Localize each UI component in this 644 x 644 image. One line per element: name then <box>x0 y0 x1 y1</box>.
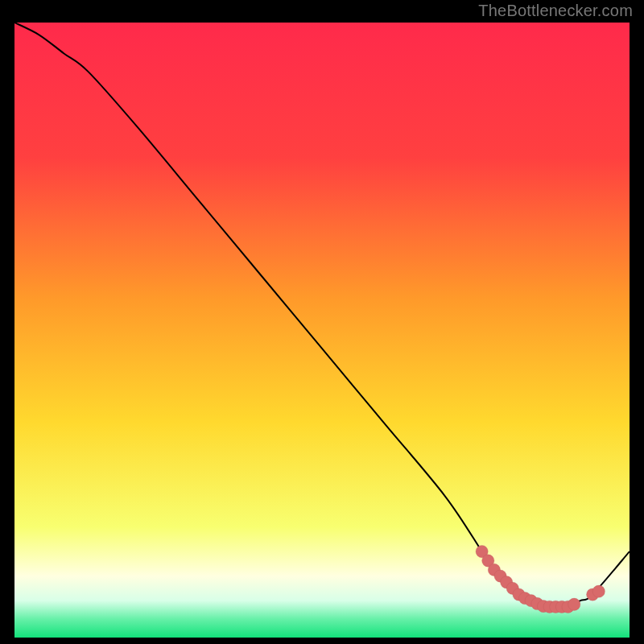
chart-svg <box>14 23 630 638</box>
attribution-text: TheBottlenecker.com <box>478 2 633 20</box>
highlight-marker <box>568 598 580 610</box>
highlight-marker <box>592 585 605 597</box>
gradient-background <box>14 23 630 638</box>
plot-area <box>14 23 630 638</box>
chart-stage: TheBottlenecker.com <box>0 0 644 644</box>
